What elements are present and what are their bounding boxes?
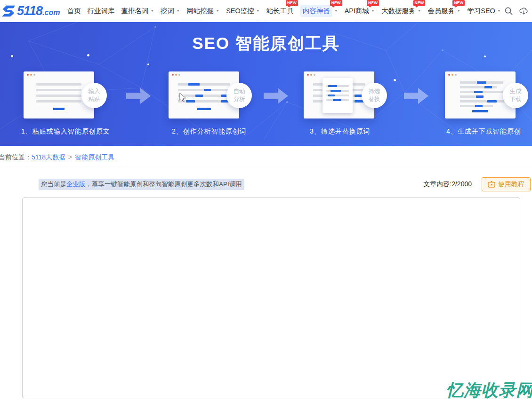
step-1: 输入 粘贴 bbox=[24, 71, 94, 119]
plan-notice: 您当前是企业版，尊享一键智能原创和整句智能原创更多次数和API调用 bbox=[39, 179, 244, 190]
nav-item-learn-seo[interactable]: 学习SEO▼ bbox=[464, 0, 504, 22]
main-menu: 首页 行业词库 查排名词▼ 挖词▼ 网站挖掘▼ SEO监控▼ 站长工具NEW 内… bbox=[64, 0, 504, 22]
breadcrumb-prefix: 当前位置： bbox=[0, 153, 32, 161]
video-tutorial-icon bbox=[488, 181, 495, 188]
step-4: 生成 下载 bbox=[445, 71, 516, 119]
top-navbar: 5118 .com 首页 行业词库 查排名词▼ 挖词▼ 网站挖掘▼ SEO监控▼… bbox=[0, 0, 532, 22]
breadcrumb-link-home[interactable]: 5118大数据 bbox=[32, 153, 65, 161]
chevron-down-icon: ▼ bbox=[334, 9, 338, 13]
decor-dot bbox=[11, 55, 13, 57]
enterprise-plan-link[interactable]: 企业版 bbox=[66, 181, 86, 188]
nav-item-webmaster-tools[interactable]: 站长工具NEW bbox=[263, 0, 297, 22]
breadcrumb-bar: 当前位置：5118大数据>智能原创工具 bbox=[0, 146, 532, 169]
logo-number: 5118 bbox=[17, 4, 42, 18]
chevron-down-icon: ▼ bbox=[256, 9, 260, 13]
step-4-label: 4、生成并下载智能原创 bbox=[446, 127, 521, 136]
step-2-badge: 自动 分析 bbox=[226, 83, 252, 108]
step-4-window-illustration: 生成 下载 bbox=[445, 71, 516, 119]
arrow-right-icon bbox=[126, 88, 151, 104]
nav-item-membership[interactable]: 会员服务▼NEW bbox=[424, 0, 464, 22]
chevron-down-icon: ▼ bbox=[176, 9, 180, 13]
step-3-popup-illustration bbox=[322, 78, 353, 113]
chevron-down-icon: ▼ bbox=[371, 9, 375, 13]
step-1-window-illustration: 输入 粘贴 bbox=[24, 71, 94, 119]
new-badge: NEW bbox=[330, 0, 342, 6]
step-1-badge: 输入 粘贴 bbox=[81, 83, 107, 108]
site-logo[interactable]: 5118 .com bbox=[1, 4, 60, 18]
search-icon[interactable] bbox=[504, 7, 513, 16]
arrow-right-icon bbox=[404, 88, 428, 104]
decor-dot bbox=[87, 54, 89, 56]
nav-item-api-store[interactable]: API商城▼NEW bbox=[341, 0, 378, 22]
new-badge: NEW bbox=[413, 0, 426, 6]
site-watermark: 忆海收录网 bbox=[446, 379, 532, 402]
new-badge: NEW bbox=[286, 0, 298, 6]
breadcrumb-link-current[interactable]: 智能原创工具 bbox=[75, 153, 114, 161]
hero-banner: SEO 智能原创工具 输入 粘贴 1、粘贴或输入智能原创原文 bbox=[0, 22, 532, 146]
article-content-input[interactable] bbox=[22, 198, 520, 398]
logo-suffix: .com bbox=[42, 8, 60, 17]
nav-item-seo-monitor[interactable]: SEO监控▼ bbox=[223, 0, 263, 22]
step-3-label: 3、筛选并替换原词 bbox=[310, 127, 371, 136]
decor-dot bbox=[394, 79, 396, 81]
decor-dot bbox=[484, 55, 486, 57]
page-title: SEO 智能原创工具 bbox=[0, 32, 532, 55]
step-3: 筛选 替换 bbox=[304, 71, 374, 119]
step-3-badge: 筛选 替换 bbox=[362, 83, 387, 108]
arrow-right-icon bbox=[264, 88, 288, 104]
step-2-label: 2、创作分析智能原创词 bbox=[172, 127, 247, 136]
step-1-label: 1、粘贴或输入智能原创原文 bbox=[21, 127, 110, 136]
chevron-down-icon: ▼ bbox=[417, 9, 421, 13]
tutorial-button[interactable]: 使用教程 bbox=[482, 177, 531, 191]
nav-item-content-tools[interactable]: 内容神器▼NEW bbox=[297, 0, 341, 22]
mouse-cursor bbox=[179, 93, 186, 103]
step-3-window-illustration: 筛选 替换 bbox=[304, 71, 374, 119]
nav-icon-group bbox=[504, 7, 532, 16]
breadcrumb: 当前位置：5118大数据>智能原创工具 bbox=[0, 153, 114, 162]
nav-item-industry-lexicon[interactable]: 行业词库 bbox=[84, 0, 118, 22]
new-badge: NEW bbox=[367, 0, 379, 6]
decor-dot bbox=[147, 63, 149, 65]
chevron-down-icon: ▼ bbox=[497, 9, 501, 13]
breadcrumb-separator: > bbox=[68, 153, 72, 161]
chevron-down-icon: ▼ bbox=[150, 9, 154, 13]
editor-toolbar: 您当前是企业版，尊享一键智能原创和整句智能原创更多次数和API调用 文章内容:2… bbox=[0, 177, 532, 191]
nav-item-rank-check[interactable]: 查排名词▼ bbox=[118, 0, 157, 22]
nav-item-bigdata-service[interactable]: 大数据服务▼NEW bbox=[378, 0, 424, 22]
step-4-badge: 生成 下载 bbox=[503, 83, 528, 108]
nav-item-keyword-mining[interactable]: 挖词▼ bbox=[157, 0, 183, 22]
logo-icon bbox=[1, 5, 17, 18]
nav-item-site-mining[interactable]: 网站挖掘▼ bbox=[183, 0, 223, 22]
chevron-down-icon: ▼ bbox=[457, 9, 460, 13]
nav-item-home[interactable]: 首页 bbox=[64, 0, 84, 22]
chevron-down-icon: ▼ bbox=[216, 9, 219, 13]
char-counter: 文章内容:2/2000 bbox=[423, 180, 472, 189]
new-badge: NEW bbox=[452, 0, 465, 6]
cloud-download-icon[interactable] bbox=[519, 7, 528, 16]
